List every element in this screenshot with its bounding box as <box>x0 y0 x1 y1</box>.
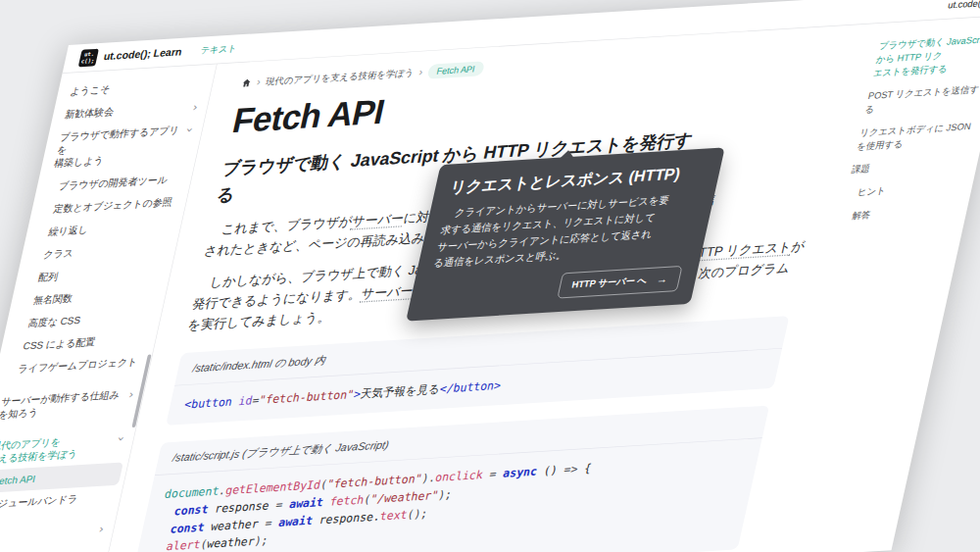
chevron-right-icon[interactable]: › <box>191 101 198 113</box>
linked-term[interactable]: サーバー <box>350 211 405 230</box>
brand-title[interactable]: ut.code(); Learn <box>103 46 183 63</box>
text-segment: これまで、ブラウザが <box>220 214 354 236</box>
logo-text-line2: c(); <box>80 57 95 64</box>
sidebar-item-label: 無名関数 <box>32 286 158 307</box>
main-content: › 現代のアプリを支える技術を学ぼう › Fetch API Fetch API… <box>98 24 873 552</box>
sidebar-item-サーバーが動作する仕組みを知ろう[interactable]: サーバーが動作する仕組みを知ろう› <box>0 381 141 427</box>
toc-item[interactable]: リクエストボディに JSON を使用する <box>856 119 980 153</box>
term-tooltip: リクエストとレスポンス (HTTP) クライアントからサーバーに対しサービスを要… <box>406 147 725 321</box>
app-background: { "colors": { "accent": "#2aa58e", "tool… <box>0 0 980 552</box>
tooltip-body: クライアントからサーバーに対しサービスを要 求する通信をリクエスト、リクエストに… <box>432 190 701 272</box>
sidebar-item-label: モジュールバンドラ <box>0 490 113 511</box>
sidebar-item-label: 新歓体験会 <box>64 101 189 122</box>
page: ut. c(); ut.code(); Learn テキスト ut.code()… <box>0 0 980 552</box>
sidebar-item-label: ブラウザの開発者ツール <box>58 172 183 192</box>
chevron-down-icon[interactable]: › <box>116 436 128 442</box>
home-icon[interactable] <box>241 77 253 88</box>
breadcrumb-separator: › <box>256 75 262 88</box>
toc-item[interactable]: POST リクエストを送信する <box>863 82 980 117</box>
toc-item[interactable]: 解答 <box>840 202 962 223</box>
toc-item[interactable]: ブラウザで動く JavaScript から HTTP リク エストを発行する <box>872 31 980 79</box>
sidebar-item-label: ライフゲームプロジェクト <box>17 355 142 376</box>
toc-item[interactable]: ヒント <box>845 178 967 199</box>
tooltip-cta-label: HTTP サーバー へ <box>570 275 648 291</box>
chevron-right-icon[interactable]: › <box>98 524 105 535</box>
breadcrumb-section[interactable]: 現代のアプリを支える技術を学ぼう <box>265 67 416 87</box>
code-block-html: /static/index.html の body 内 <button id="… <box>166 316 789 426</box>
arrow-right-icon: → <box>655 273 668 286</box>
chevron-right-icon[interactable]: › <box>127 388 134 400</box>
sidebar-item-label: CSS による配置 <box>22 332 147 353</box>
content-layout: ようこそ新歓体験会›ブラウザで動作するアプリを 構築しよう›ブラウザの開発者ツー… <box>0 16 980 552</box>
toc-item[interactable]: 課題 <box>851 156 973 176</box>
breadcrumb-current-pill[interactable]: Fetch API <box>426 61 485 79</box>
external-site-link[interactable]: ut.code(); <box>947 0 980 10</box>
sidebar-item-label: 配列 <box>37 264 163 284</box>
sidebar-item-label <box>0 523 96 530</box>
nav-link-text[interactable]: テキスト <box>199 42 237 56</box>
linked-term[interactable]: サーバー <box>360 283 415 303</box>
chevron-down-icon[interactable]: › <box>184 127 197 133</box>
sidebar-item-label: ブラウザで動作するアプリを 構築しよう <box>53 124 184 171</box>
external-site-label: ut.code(); <box>947 0 980 10</box>
sidebar-item-label: 現代のアプリを 支える技術を学ぼう <box>0 432 116 466</box>
sidebar-item-label: 定数とオブジェクトの参照 <box>52 195 177 216</box>
breadcrumb-separator: › <box>417 66 423 78</box>
sidebar-item-label: クラス <box>42 240 168 261</box>
sidebar-item-label: サーバーが動作する仕組みを知ろう <box>0 387 125 421</box>
sidebar-item-label: 繰り返し <box>47 218 172 238</box>
sidebar-item-collapsed-16[interactable]: › <box>0 517 112 548</box>
tooltip-cta-button[interactable]: HTTP サーバー へ → <box>557 266 682 298</box>
sidebar-item-label: Fetch API <box>0 468 118 488</box>
utcode-logo-icon[interactable]: ut. c(); <box>78 48 99 67</box>
sidebar-item-label: 高度な CSS <box>26 310 152 330</box>
code-block-js: /static/script.js (ブラウザ上で動く JavaScript) … <box>130 406 770 552</box>
